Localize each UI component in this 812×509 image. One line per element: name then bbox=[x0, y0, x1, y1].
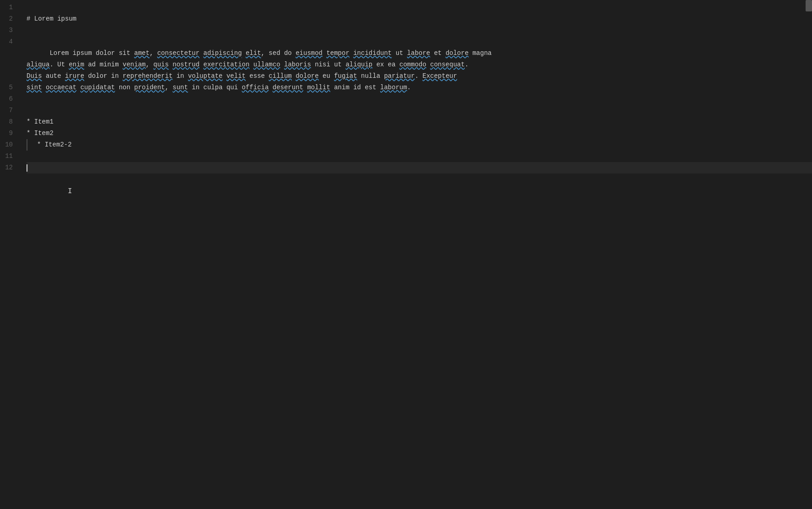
line-number-1: 1 bbox=[0, 2, 17, 13]
line-number-9: 9 bbox=[0, 128, 17, 139]
line-number-7: 7 bbox=[0, 105, 17, 116]
code-line-6: * Item1 bbox=[27, 116, 812, 128]
heading-text: # Lorem ipsum bbox=[27, 13, 76, 25]
code-line-2: # Lorem ipsum bbox=[27, 13, 812, 25]
line-numbers: 1 2 3 4 4 4 4 5 6 7 8 9 10 11 12 bbox=[0, 2, 23, 509]
list-item-1: * Item1 bbox=[27, 116, 54, 128]
code-area[interactable]: # Lorem ipsum Lorem ipsum dolor sit amet… bbox=[23, 2, 812, 509]
code-line-4: Lorem ipsum dolor sit amet, consectetur … bbox=[27, 36, 812, 105]
line-number-3: 3 bbox=[0, 25, 17, 36]
code-line-5 bbox=[27, 105, 812, 116]
paragraph-text: Lorem ipsum dolor sit amet, consectetur … bbox=[27, 49, 492, 91]
line-number-8: 8 bbox=[0, 116, 17, 128]
text-cursor bbox=[27, 164, 27, 172]
line-number-5: 5 bbox=[0, 82, 17, 93]
line-number-6: 6 bbox=[0, 93, 17, 105]
code-line-7: * Item2 bbox=[27, 128, 812, 139]
list-item-2-2: * Item2-2 bbox=[37, 139, 72, 151]
list-item-2: * Item2 bbox=[27, 128, 54, 139]
code-line-11 bbox=[27, 173, 812, 185]
line-number-11: 11 bbox=[0, 151, 17, 162]
mouse-cursor-indicator: I bbox=[68, 186, 72, 197]
editor-container: 1 2 3 4 4 4 4 5 6 7 8 9 10 11 12 # Lorem… bbox=[0, 0, 812, 509]
code-line-10[interactable] bbox=[27, 162, 812, 173]
code-line-1 bbox=[27, 2, 812, 13]
code-line-3 bbox=[27, 25, 812, 36]
code-line-12: I bbox=[27, 185, 812, 196]
scrollbar-thumb[interactable] bbox=[806, 0, 812, 11]
code-line-9 bbox=[27, 151, 812, 162]
code-line-8: * Item2-2 bbox=[27, 139, 812, 151]
line-number-12: 12 bbox=[0, 162, 17, 173]
line-number-4: 4 bbox=[0, 36, 17, 48]
line-number-2: 2 bbox=[0, 13, 17, 25]
line-number-10: 10 bbox=[0, 139, 17, 151]
